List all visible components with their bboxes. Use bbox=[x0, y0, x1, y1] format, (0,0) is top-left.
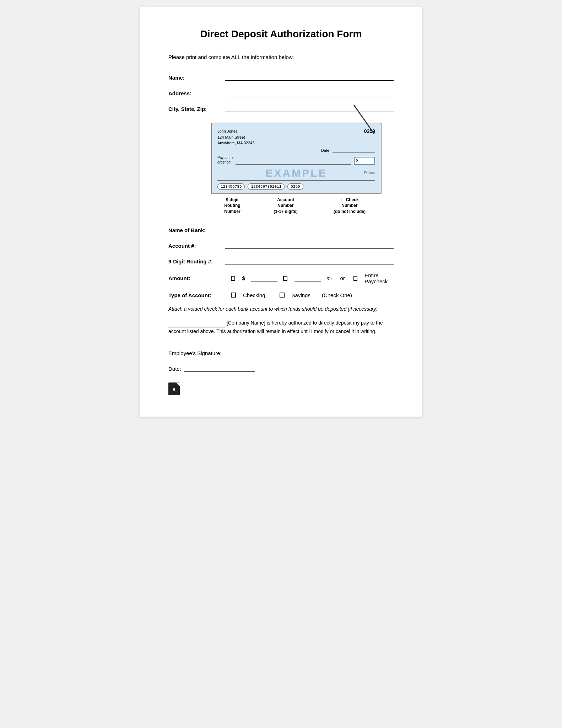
name-label: Name: bbox=[168, 75, 225, 81]
signature-row: Employee's Signature: bbox=[168, 348, 394, 356]
check-example-row: EXAMPLE Dollars bbox=[217, 166, 375, 180]
check-one-label: (Check One) bbox=[322, 292, 352, 298]
footer-icon: e bbox=[168, 382, 180, 395]
legend-checknum-label: ← CheckNumber(do not include) bbox=[334, 197, 366, 214]
date-input-line[interactable] bbox=[184, 364, 255, 372]
auth-text: [Company Name] is hereby authorized to d… bbox=[168, 319, 394, 336]
amount-percent-sign: % bbox=[327, 275, 331, 281]
check-micr-row: 123456789 1234567891011 0259 bbox=[217, 183, 375, 190]
account-number-input-line[interactable] bbox=[225, 241, 394, 249]
amount-dollar-input[interactable] bbox=[251, 275, 277, 282]
savings-label: Savings bbox=[292, 292, 310, 298]
page: Direct Deposit Authorization Form Please… bbox=[140, 7, 422, 417]
amount-entire-paycheck-checkbox[interactable] bbox=[353, 276, 358, 281]
amount-percent-checkbox[interactable] bbox=[283, 276, 287, 281]
routing-number-input-line[interactable] bbox=[225, 257, 394, 264]
amount-label: Amount: bbox=[168, 275, 225, 281]
bank-name-row: Name of Bank: bbox=[168, 225, 394, 233]
check-wrapper: John Jones 124 Main Street Anywhere, MA … bbox=[211, 123, 394, 194]
check-micr-routing: 123456789 bbox=[217, 183, 245, 190]
check-number: 0259 bbox=[364, 128, 375, 146]
name-field-row: Name: bbox=[168, 73, 394, 81]
amount-or-text: or bbox=[340, 275, 345, 281]
routing-number-row: 9-Digit Routing #: bbox=[168, 257, 394, 264]
check-date-label: Date: bbox=[321, 148, 330, 152]
type-of-account-label: Type of Account: bbox=[168, 292, 225, 298]
page-title: Direct Deposit Authorization Form bbox=[168, 28, 394, 40]
check-date-line bbox=[333, 148, 375, 152]
account-number-label: Account #: bbox=[168, 243, 225, 249]
legend-checknum: ← CheckNumber(do not include) bbox=[318, 197, 382, 215]
check-owner-city: Anywhere, MA 02345 bbox=[217, 140, 255, 146]
amount-dollar-sign: $ bbox=[242, 275, 245, 281]
amount-dollar-checkbox[interactable] bbox=[231, 276, 235, 281]
footer-icon-letter: e bbox=[173, 386, 175, 392]
city-state-zip-label: City, State, Zip: bbox=[168, 106, 225, 112]
check-date-row: Date: bbox=[217, 148, 375, 152]
attach-note: Attach a voided check for each bank acco… bbox=[168, 306, 394, 312]
check-dollar-box: $ bbox=[354, 157, 375, 165]
amount-percent-input[interactable] bbox=[294, 275, 321, 282]
legend-routing-label: 9 digitRoutingNumber bbox=[224, 197, 240, 214]
legend-account: AccountNumber(1-17 digits) bbox=[254, 197, 318, 215]
signature-input-line[interactable] bbox=[225, 348, 394, 356]
check-owner-street: 124 Main Street bbox=[217, 134, 255, 140]
check-dollars-line bbox=[217, 180, 375, 181]
check-diagram-section: John Jones 124 Main Street Anywhere, MA … bbox=[211, 123, 394, 215]
date-row: Date: bbox=[168, 364, 394, 372]
check-micr-check: 0259 bbox=[287, 183, 303, 190]
address-label: Address: bbox=[168, 90, 225, 96]
city-state-zip-input-line[interactable] bbox=[225, 104, 394, 112]
legend-routing: 9 digitRoutingNumber bbox=[211, 197, 254, 215]
bank-name-label: Name of Bank: bbox=[168, 227, 225, 233]
check-dollar-sign: $ bbox=[356, 158, 358, 163]
checking-checkbox[interactable] bbox=[231, 293, 236, 298]
legend-account-label: AccountNumber(1-17 digits) bbox=[274, 197, 297, 214]
check-pay-row: Pay to theorder of: $ bbox=[217, 155, 375, 165]
account-number-row: Account #: bbox=[168, 241, 394, 249]
subtitle-text: Please print and complete ALL the inform… bbox=[168, 54, 394, 60]
check-image: John Jones 124 Main Street Anywhere, MA … bbox=[211, 123, 382, 194]
address-field-row: Address: bbox=[168, 89, 394, 96]
amount-entire-paycheck-label: Entire Paycheck bbox=[364, 272, 394, 284]
check-top-row: John Jones 124 Main Street Anywhere, MA … bbox=[217, 128, 375, 146]
check-pay-label: Pay to theorder of: bbox=[217, 155, 233, 165]
name-input-line[interactable] bbox=[225, 73, 394, 81]
date-label: Date: bbox=[168, 366, 181, 372]
type-of-account-row: Type of Account: Checking Savings (Check… bbox=[168, 292, 394, 298]
savings-checkbox[interactable] bbox=[280, 293, 285, 298]
checking-label: Checking bbox=[243, 292, 265, 298]
check-pay-line bbox=[236, 164, 351, 165]
bank-name-input-line[interactable] bbox=[225, 225, 394, 233]
check-legend: 9 digitRoutingNumber AccountNumber(1-17 … bbox=[211, 197, 382, 215]
check-dollars-label: Dollars bbox=[364, 171, 375, 175]
company-name-blank[interactable] bbox=[168, 321, 225, 327]
check-example-text: EXAMPLE bbox=[265, 167, 327, 179]
signature-label: Employee's Signature: bbox=[168, 350, 222, 356]
check-owner-info: John Jones 124 Main Street Anywhere, MA … bbox=[217, 128, 255, 146]
city-state-zip-field-row: City, State, Zip: bbox=[168, 104, 394, 112]
check-micr-account: 1234567891011 bbox=[248, 183, 285, 190]
routing-number-label: 9-Digit Routing #: bbox=[168, 258, 225, 264]
amount-row: Amount: $ % or Entire Paycheck bbox=[168, 272, 394, 284]
check-owner-name: John Jones bbox=[217, 128, 255, 134]
address-input-line[interactable] bbox=[225, 89, 394, 96]
